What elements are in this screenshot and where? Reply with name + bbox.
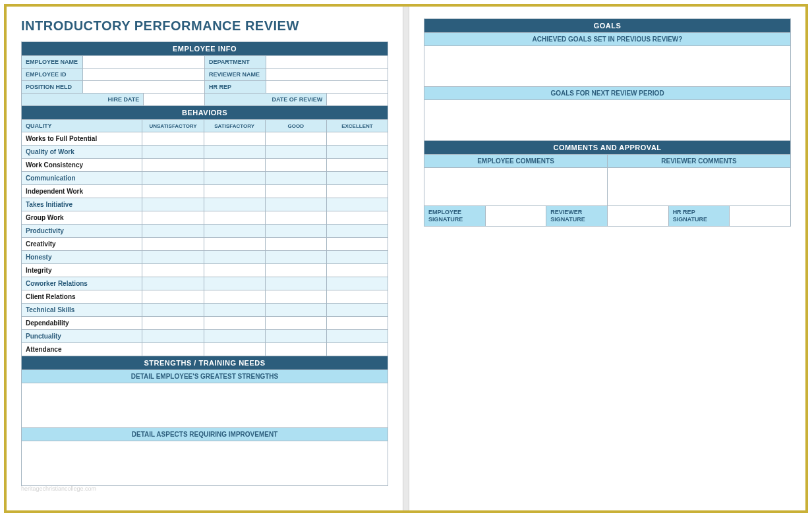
rating-cell[interactable] bbox=[265, 264, 326, 277]
rating-cell[interactable] bbox=[204, 317, 265, 330]
rating-cell[interactable] bbox=[142, 172, 204, 185]
input-hire-date[interactable] bbox=[144, 94, 205, 106]
rating-cell[interactable] bbox=[265, 211, 326, 225]
behavior-row-label: Honesty bbox=[22, 251, 142, 264]
input-goals-next[interactable] bbox=[424, 100, 791, 141]
rating-cell[interactable] bbox=[204, 290, 265, 304]
rating-cell[interactable] bbox=[265, 304, 326, 317]
rating-cell[interactable] bbox=[326, 277, 388, 290]
rating-cell[interactable] bbox=[265, 317, 326, 330]
rating-cell[interactable] bbox=[326, 225, 388, 238]
document-frame: INTRODUCTORY PERFORMANCE REVIEW EMPLOYEE… bbox=[4, 4, 808, 513]
comments-header: COMMENTS AND APPROVAL bbox=[424, 141, 791, 155]
input-improvement[interactable] bbox=[22, 441, 388, 486]
input-hr-rep[interactable] bbox=[266, 81, 388, 94]
rating-cell[interactable] bbox=[265, 198, 326, 211]
rating-cell[interactable] bbox=[204, 343, 265, 356]
rating-cell[interactable] bbox=[326, 159, 388, 172]
rating-cell[interactable] bbox=[326, 211, 388, 225]
strengths-table: STRENGTHS / TRAINING NEEDS DETAIL EMPLOY… bbox=[21, 356, 388, 486]
input-employee-comments[interactable] bbox=[424, 168, 608, 206]
input-reviewer-comments[interactable] bbox=[607, 168, 790, 206]
input-strengths[interactable] bbox=[22, 383, 388, 428]
rating-cell[interactable] bbox=[265, 330, 326, 343]
rating-cell[interactable] bbox=[204, 132, 265, 146]
rating-cell[interactable] bbox=[142, 211, 204, 225]
input-department[interactable] bbox=[266, 56, 388, 68]
behavior-row-label: Coworker Relations bbox=[22, 277, 142, 290]
input-position-held[interactable] bbox=[82, 81, 204, 94]
rating-cell[interactable] bbox=[265, 132, 326, 146]
rating-cell[interactable] bbox=[326, 290, 388, 304]
rating-cell[interactable] bbox=[142, 251, 204, 264]
rating-cell[interactable] bbox=[142, 317, 204, 330]
rating-cell[interactable] bbox=[142, 277, 204, 290]
rating-cell[interactable] bbox=[142, 238, 204, 251]
label-position-held: POSITION HELD bbox=[22, 81, 83, 94]
rating-cell[interactable] bbox=[265, 251, 326, 264]
input-goals-achieved[interactable] bbox=[424, 46, 791, 87]
rating-cell[interactable] bbox=[204, 251, 265, 264]
label-department: DEPARTMENT bbox=[204, 56, 266, 68]
rating-cell[interactable] bbox=[204, 211, 265, 225]
rating-cell[interactable] bbox=[142, 264, 204, 277]
rating-cell[interactable] bbox=[142, 159, 204, 172]
page-divider bbox=[403, 7, 409, 510]
rating-cell[interactable] bbox=[326, 304, 388, 317]
rating-cell[interactable] bbox=[265, 146, 326, 159]
rating-cell[interactable] bbox=[142, 225, 204, 238]
rating-cell[interactable] bbox=[204, 277, 265, 290]
goals-table: GOALS ACHIEVED GOALS SET IN PREVIOUS REV… bbox=[424, 18, 791, 141]
rating-cell[interactable] bbox=[204, 264, 265, 277]
label-reviewer-name: REVIEWER NAME bbox=[204, 68, 266, 81]
rating-cell[interactable] bbox=[265, 225, 326, 238]
input-reviewer-signature[interactable] bbox=[607, 206, 668, 227]
rating-cell[interactable] bbox=[204, 172, 265, 185]
rating-cell[interactable] bbox=[142, 290, 204, 304]
rating-cell[interactable] bbox=[326, 343, 388, 356]
rating-cell[interactable] bbox=[326, 317, 388, 330]
rating-cell[interactable] bbox=[204, 198, 265, 211]
rating-cell[interactable] bbox=[265, 159, 326, 172]
rating-cell[interactable] bbox=[142, 146, 204, 159]
rating-cell[interactable] bbox=[142, 330, 204, 343]
rating-cell[interactable] bbox=[326, 185, 388, 198]
rating-cell[interactable] bbox=[204, 238, 265, 251]
rating-cell[interactable] bbox=[142, 185, 204, 198]
rating-cell[interactable] bbox=[326, 172, 388, 185]
rating-cell[interactable] bbox=[326, 132, 388, 146]
rating-cell[interactable] bbox=[326, 238, 388, 251]
rating-cell[interactable] bbox=[265, 238, 326, 251]
rating-cell[interactable] bbox=[204, 304, 265, 317]
page-right: GOALS ACHIEVED GOALS SET IN PREVIOUS REV… bbox=[409, 7, 805, 510]
label-date-of-review: DATE OF REVIEW bbox=[204, 94, 326, 106]
rating-cell[interactable] bbox=[204, 330, 265, 343]
behavior-row-label: Quality of Work bbox=[22, 146, 142, 159]
input-employee-id[interactable] bbox=[82, 68, 204, 81]
rating-cell[interactable] bbox=[265, 172, 326, 185]
rating-cell[interactable] bbox=[265, 290, 326, 304]
rating-cell[interactable] bbox=[326, 264, 388, 277]
rating-cell[interactable] bbox=[326, 251, 388, 264]
rating-cell[interactable] bbox=[142, 343, 204, 356]
rating-cell[interactable] bbox=[265, 277, 326, 290]
input-reviewer-name[interactable] bbox=[266, 68, 388, 81]
input-employee-signature[interactable] bbox=[485, 206, 546, 227]
rating-cell[interactable] bbox=[326, 198, 388, 211]
input-employee-name[interactable] bbox=[82, 56, 204, 68]
rating-cell[interactable] bbox=[265, 343, 326, 356]
rating-cell[interactable] bbox=[204, 185, 265, 198]
rating-cell[interactable] bbox=[204, 225, 265, 238]
rating-cell[interactable] bbox=[142, 198, 204, 211]
employee-info-table: EMPLOYEE INFO EMPLOYEE NAME DEPARTMENT E… bbox=[21, 41, 388, 106]
rating-cell[interactable] bbox=[265, 185, 326, 198]
rating-cell[interactable] bbox=[204, 146, 265, 159]
input-date-of-review[interactable] bbox=[327, 94, 388, 106]
rating-cell[interactable] bbox=[326, 330, 388, 343]
rating-cell[interactable] bbox=[326, 146, 388, 159]
rating-cell[interactable] bbox=[204, 159, 265, 172]
label-hr-rep: HR REP bbox=[204, 81, 266, 94]
rating-cell[interactable] bbox=[142, 132, 204, 146]
input-hr-rep-signature[interactable] bbox=[730, 206, 791, 227]
rating-cell[interactable] bbox=[142, 304, 204, 317]
